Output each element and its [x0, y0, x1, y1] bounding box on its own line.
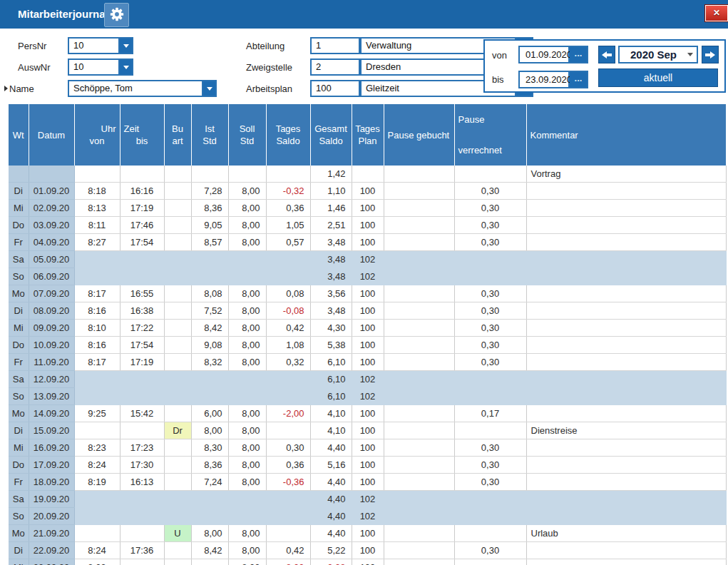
next-month-button[interactable] — [702, 46, 719, 63]
cell-datum: 22.09.20 — [29, 542, 74, 559]
journal-row[interactable]: Fr18.09.208:1916:137,248,00-0,364,401000… — [9, 474, 726, 491]
close-button[interactable]: ✕ — [705, 5, 728, 21]
cell-gesamt_saldo: 4,40 — [310, 491, 352, 508]
arbeitsplan-code-field[interactable]: 100 — [310, 80, 360, 97]
column-header-wt: Wt — [9, 104, 29, 166]
cell-pause_gebucht — [384, 457, 454, 474]
column-header-ist_std: IstStd — [191, 104, 228, 166]
month-combobox[interactable]: 2020 Sep — [618, 46, 698, 63]
cell-datum: 05.09.20 — [29, 251, 74, 268]
cell-datum: 21.09.20 — [29, 525, 74, 542]
cell-soll: 8,00 — [228, 405, 266, 422]
cell-bis — [120, 491, 164, 508]
journal-row[interactable]: So20.09.204,40102 — [9, 508, 726, 525]
aktuell-button[interactable]: aktuell — [598, 68, 718, 87]
cell-pause_gebucht — [384, 371, 454, 388]
journal-row[interactable]: Fr11.09.208:1717:198,328,000,326,101000,… — [9, 354, 726, 371]
cell-von — [74, 371, 120, 388]
journal-header-row: WtDatumUhrvonZeitbisBuartIstStdSollStdTa… — [9, 104, 726, 166]
cell-pause_verrechnet: 0,30 — [454, 183, 526, 200]
journal-row[interactable]: Mi02.09.208:1317:198,368,000,361,461000,… — [9, 200, 726, 217]
auswnr-combobox[interactable]: 10 — [68, 58, 133, 76]
cell-datum: 20.09.20 — [29, 508, 74, 525]
journal-row[interactable]: Sa19.09.204,40102 — [9, 491, 726, 508]
cell-datum: 16.09.20 — [29, 439, 74, 457]
name-combobox[interactable]: Schöppe, Tom — [68, 80, 217, 97]
auswnr-value: 10 — [68, 58, 120, 76]
bis-date-field[interactable]: 23.09.2020 ... — [518, 71, 588, 88]
journal-row[interactable]: Sa12.09.206,10102 — [9, 371, 726, 388]
journal-row[interactable]: Do03.09.208:1117:469,058,001,052,511000,… — [9, 217, 726, 234]
zweigstelle-code-field[interactable]: 2 — [310, 58, 360, 76]
cell-pause_gebucht — [384, 268, 454, 285]
cell-kommentar — [526, 302, 726, 320]
previous-month-button[interactable] — [598, 46, 615, 63]
cell-bis — [120, 422, 164, 439]
cell-pause_verrechnet — [454, 371, 526, 388]
journal-row[interactable]: Di22.09.208:2417:368,428,000,425,221000,… — [9, 542, 726, 559]
cell-tages_plan: 100 — [352, 234, 384, 251]
journal-row[interactable]: Di01.09.208:1816:167,288,00-0,321,101000… — [9, 183, 726, 200]
cell-tages_plan: 100 — [352, 559, 384, 565]
persnr-dropdown-button[interactable] — [120, 37, 133, 54]
cell-pause_gebucht — [384, 388, 454, 405]
cell-bis: 16:55 — [120, 285, 164, 302]
cell-bu — [164, 320, 191, 337]
journal-row[interactable]: Sa05.09.203,48102 — [9, 251, 726, 268]
bis-browse-button[interactable]: ... — [570, 71, 588, 88]
auswnr-dropdown-button[interactable] — [120, 58, 133, 76]
journal-row[interactable]: So06.09.203,48102 — [9, 268, 726, 285]
cell-tages_saldo: 0,57 — [266, 234, 310, 251]
cell-tages_saldo — [266, 422, 310, 439]
cell-kommentar — [526, 474, 726, 491]
journal-row[interactable]: Mo21.09.20U8,008,004,40100Urlaub — [9, 525, 726, 542]
abteilung-code-field[interactable]: 1 — [310, 37, 360, 54]
cell-datum: 17.09.20 — [29, 457, 74, 474]
cell-tages_plan: 102 — [352, 268, 384, 285]
journal-row[interactable]: Di08.09.208:1616:387,528,00-0,083,481000… — [9, 302, 726, 320]
cell-pause_gebucht — [384, 439, 454, 457]
cell-wt: Di — [9, 302, 29, 320]
cell-pause_verrechnet: 0,30 — [454, 234, 526, 251]
cell-datum: 19.09.20 — [29, 491, 74, 508]
von-browse-button[interactable]: ... — [570, 46, 588, 63]
column-header-pause_gebucht: Pause gebucht — [384, 104, 454, 166]
journal-row[interactable]: Mi23.09.208:098,00-8,00-2,38100 — [9, 559, 726, 565]
settings-button[interactable] — [104, 3, 129, 27]
journal-row[interactable]: Fr04.09.208:2717:548,578,000,573,481000,… — [9, 234, 726, 251]
cell-tages_plan: 100 — [352, 542, 384, 559]
cell-tages_plan: 100 — [352, 405, 384, 422]
journal-row[interactable]: Do17.09.208:2417:308,368,000,365,161000,… — [9, 457, 726, 474]
journal-row[interactable]: Mo14.09.209:2515:426,008,00-2,004,101000… — [9, 405, 726, 422]
cell-bu: U — [164, 525, 191, 542]
journal-row[interactable]: Do10.09.208:1617:549,088,001,085,381000,… — [9, 337, 726, 354]
cell-soll: 8,00 — [228, 337, 266, 354]
column-header-bu_art: Buart — [164, 104, 191, 166]
cell-bis: 17:36 — [120, 542, 164, 559]
journal-row[interactable]: Di15.09.20Dr8,008,004,10100Dienstreise — [9, 422, 726, 439]
persnr-combobox[interactable]: 10 — [68, 37, 133, 54]
cell-von: 8:16 — [74, 302, 120, 320]
cell-von: 8:16 — [74, 337, 120, 354]
row-marker-icon — [4, 86, 8, 91]
cell-gesamt_saldo: 5,38 — [310, 337, 352, 354]
cell-pause_verrechnet — [454, 508, 526, 525]
cell-bu — [164, 234, 191, 251]
journal-row[interactable]: Mi09.09.208:1017:228,428,000,424,301000,… — [9, 320, 726, 337]
cell-kommentar — [526, 371, 726, 388]
cell-datum: 14.09.20 — [29, 405, 74, 422]
journal-row[interactable]: Mo07.09.208:1716:558,088,000,083,561000,… — [9, 285, 726, 302]
journal-row[interactable]: So13.09.206,10102 — [9, 388, 726, 405]
journal-row[interactable]: Mi16.09.208:2317:238,308,000,304,401000,… — [9, 439, 726, 457]
cell-ist — [191, 491, 228, 508]
cell-pause_gebucht — [384, 234, 454, 251]
von-date-field[interactable]: 01.09.2020 ... — [518, 46, 588, 63]
column-header-soll_std: SollStd — [228, 104, 266, 166]
cell-tages_plan: 100 — [352, 200, 384, 217]
cell-gesamt_saldo: 4,40 — [310, 508, 352, 525]
journal-row[interactable]: 1,42Vortrag — [9, 166, 726, 183]
cell-gesamt_saldo: 3,56 — [310, 285, 352, 302]
name-dropdown-button[interactable] — [203, 80, 217, 97]
cell-ist: 8,36 — [191, 457, 228, 474]
cell-ist: 7,28 — [191, 183, 228, 200]
